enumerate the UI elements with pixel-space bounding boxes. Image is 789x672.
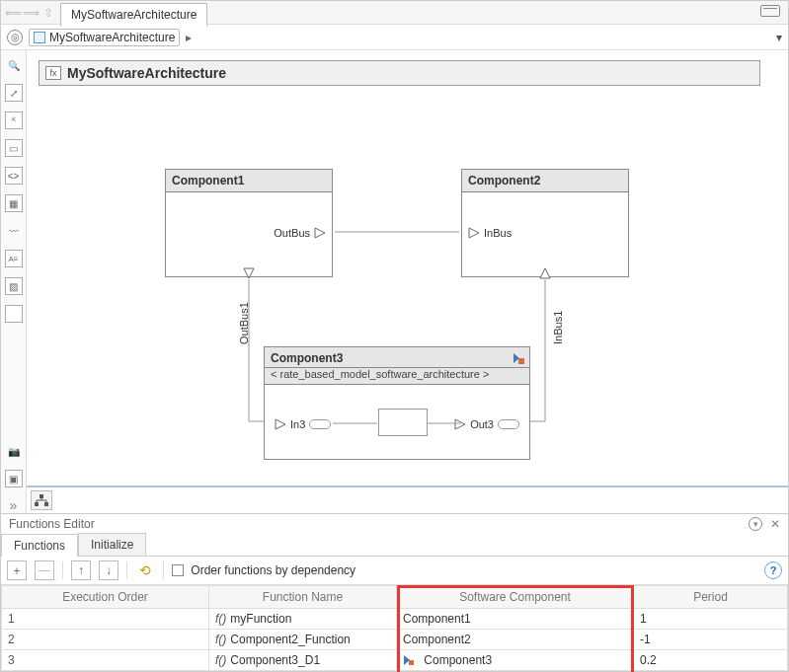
- left-toolbar: 🔍 ⤢ ᴷ ▭ <> ▦ 〰 A≡ ▨ 📷 ▣ »: [1, 50, 27, 513]
- svg-marker-0: [315, 228, 325, 238]
- table-row[interactable]: 3 f()Component3_D1 Component3 0.2: [2, 650, 788, 671]
- svg-rect-19: [409, 660, 414, 665]
- move-down-button[interactable]: ↓: [99, 560, 118, 580]
- component3-title: Component3: [265, 347, 529, 368]
- col-function-name[interactable]: Function Name: [209, 586, 397, 609]
- col-software-component[interactable]: Software Component: [397, 586, 634, 609]
- move-up-button[interactable]: ↑: [71, 560, 91, 580]
- breadcrumb: ◎ MySoftwareArchitecture ▸ ▾: [1, 25, 788, 50]
- fx-icon: f(): [215, 633, 226, 646]
- component1-out-label: OutBus: [274, 227, 310, 239]
- rect-tool-icon[interactable]: ▭: [5, 139, 23, 157]
- hierarchy-button[interactable]: [31, 490, 52, 510]
- component2-block[interactable]: Component2 InBus: [461, 169, 629, 277]
- cell-component-label: Component3: [420, 653, 492, 667]
- breadcrumb-model[interactable]: MySoftwareArchitecture: [29, 29, 180, 46]
- more-tools-icon[interactable]: »: [10, 497, 18, 513]
- keyboard-glyph-icon: [760, 5, 780, 17]
- nav-up-icon[interactable]: ⇧: [40, 5, 56, 21]
- image-icon[interactable]: ▨: [5, 277, 23, 295]
- svg-rect-11: [39, 494, 43, 498]
- component3-out-port[interactable]: Out3: [454, 418, 519, 430]
- simulate-icon[interactable]: ▣: [5, 470, 23, 487]
- cell-fn: f()Component3_D1: [209, 650, 397, 671]
- svg-marker-2: [469, 228, 479, 238]
- text-annotation-icon[interactable]: A≡: [5, 250, 23, 267]
- svg-marker-1: [244, 268, 254, 278]
- nav-forward-icon[interactable]: ⟹: [23, 5, 39, 21]
- help-button[interactable]: ?: [764, 561, 782, 579]
- outbus1-signal-label: OutBus1: [238, 302, 250, 344]
- fx-badge-icon: fx: [45, 66, 61, 80]
- scope-icon[interactable]: 〰: [5, 222, 23, 240]
- component1-bottom-port[interactable]: [243, 267, 255, 282]
- remove-function-button[interactable]: —: [35, 560, 54, 580]
- component3-in-port[interactable]: In3: [275, 418, 331, 430]
- port-tri-up-icon: [539, 267, 551, 279]
- component2-bottom-port[interactable]: [539, 267, 551, 282]
- target-icon[interactable]: ◎: [7, 30, 23, 45]
- canvas-wrap: fx MySoftwareArchitecture Component1 Out…: [27, 50, 788, 513]
- breadcrumb-caret-icon: ▸: [186, 31, 192, 44]
- panel-icon[interactable]: ▦: [5, 194, 23, 212]
- model-title: MySoftwareArchitecture: [67, 65, 226, 81]
- functions-table-wrap: Execution Order Function Name Software C…: [1, 585, 788, 671]
- breadcrumb-dropdown-icon[interactable]: ▾: [776, 31, 782, 44]
- hierarchy-icon: [35, 494, 48, 506]
- component2-title: Component2: [462, 170, 628, 192]
- app-window: ⟸ ⟹ ⇧ MySoftwareArchitecture ◎ MySoftwar…: [0, 0, 789, 672]
- code-block-icon[interactable]: <>: [5, 167, 23, 185]
- col-period[interactable]: Period: [634, 586, 788, 609]
- fx-icon: f(): [215, 612, 226, 626]
- component3-reference: < rate_based_model_software_architecture…: [265, 368, 529, 385]
- nav-back-icon[interactable]: ⟸: [5, 5, 21, 21]
- component1-out-port[interactable]: OutBus: [274, 227, 326, 239]
- inner-block[interactable]: [378, 409, 428, 436]
- col-execution-order[interactable]: Execution Order: [2, 586, 209, 609]
- cell-fn-label: Component2_Function: [230, 633, 350, 646]
- order-by-dependency-label: Order functions by dependency: [191, 563, 355, 577]
- cell-component: Component3: [397, 650, 634, 671]
- fit-view-icon[interactable]: ⤢: [5, 84, 23, 102]
- component1-block[interactable]: Component1 OutBus: [165, 169, 333, 277]
- close-panel-icon[interactable]: ✕: [770, 517, 780, 531]
- editor-tab-model[interactable]: MySoftwareArchitecture: [60, 3, 207, 27]
- table-row[interactable]: 2 f()Component2_Function Component2 -1: [2, 630, 788, 650]
- model-file-icon: [34, 32, 45, 43]
- kappa-icon[interactable]: ᴷ: [5, 112, 23, 129]
- tab-functions[interactable]: Functions: [1, 534, 78, 557]
- port-tri-down-icon: [243, 267, 255, 279]
- model-title-bar[interactable]: fx MySoftwareArchitecture: [39, 60, 760, 86]
- svg-marker-6: [276, 419, 285, 429]
- component2-in-port[interactable]: InBus: [468, 227, 512, 239]
- svg-marker-3: [540, 268, 550, 278]
- zoom-in-icon[interactable]: 🔍: [5, 56, 23, 74]
- component3-in-label: In3: [290, 418, 305, 430]
- canvas-footer: [27, 485, 788, 513]
- component3-block[interactable]: Component3 < rate_based_model_software_a…: [264, 346, 530, 460]
- refresh-button[interactable]: ⟲: [135, 560, 155, 580]
- table-row[interactable]: 1 f()myFunction Component1 1: [2, 609, 788, 630]
- inbus1-signal-label: InBus1: [552, 311, 564, 344]
- add-function-button[interactable]: ＋: [7, 560, 27, 580]
- tab-functions-label: Functions: [14, 539, 65, 553]
- functions-editor-titlebar: Functions Editor ▾ ✕: [1, 514, 788, 531]
- camera-icon[interactable]: 📷: [5, 442, 23, 460]
- port-out3-icon: [454, 418, 466, 430]
- empty-block-icon[interactable]: [5, 305, 23, 323]
- order-by-dependency-checkbox[interactable]: Order functions by dependency: [172, 563, 355, 577]
- svg-rect-5: [518, 358, 524, 364]
- model-ref-icon: [403, 654, 413, 664]
- tab-initialize[interactable]: Initialize: [78, 533, 146, 556]
- port-out-icon: [314, 227, 326, 239]
- minimize-panel-icon[interactable]: ▾: [749, 517, 762, 531]
- functions-editor-title: Functions Editor: [9, 517, 95, 531]
- keyboard-icon[interactable]: [752, 1, 788, 24]
- svg-marker-7: [455, 419, 465, 429]
- component1-title: Component1: [166, 170, 332, 192]
- breadcrumb-model-label: MySoftwareArchitecture: [49, 31, 175, 44]
- nav-arrows: ⟸ ⟹ ⇧: [1, 1, 60, 24]
- cell-component: Component2: [397, 630, 634, 650]
- diagram-canvas[interactable]: fx MySoftwareArchitecture Component1 Out…: [27, 50, 788, 513]
- editor-tabbar: ⟸ ⟹ ⇧ MySoftwareArchitecture: [1, 1, 788, 25]
